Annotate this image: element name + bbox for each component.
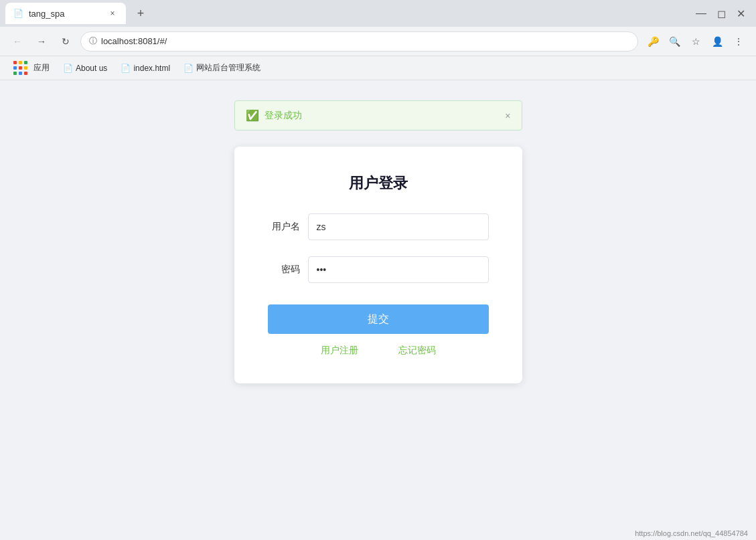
minimize-button[interactable]: — [696,7,706,20]
success-alert: ✅ 登录成功 × [234,100,522,130]
url-text: localhost:8081/#/ [101,36,629,46]
status-url: https://blog.csdn.net/qq_44854784 [635,529,748,537]
register-link[interactable]: 用户注册 [321,345,358,357]
submit-button[interactable]: 提交 [268,304,489,334]
alert-message: 登录成功 [264,110,302,122]
alert-close-button[interactable]: × [505,110,510,121]
bookmark-label: About us [76,64,107,73]
login-title: 用户登录 [268,173,489,193]
bookmark-about-us[interactable]: 📄 About us [58,61,112,76]
reload-button[interactable]: ↻ [56,32,75,51]
address-bar-actions: 🔑 🔍 ☆ 👤 ⋮ [644,32,748,51]
bookmark-label-3: 网站后台管理系统 [196,62,260,74]
bookmark-file-icon-3: 📄 [183,64,194,73]
page-content: ✅ 登录成功 × 用户登录 用户名 密码 提交 用户注册 忘记密码 [0,80,756,540]
menu-icon[interactable]: ⋮ [729,32,748,51]
tab-file-icon: 📄 [13,9,23,18]
bookmarks-bar: 应用 📄 About us 📄 index.html 📄 网站后台管理系统 [0,56,756,80]
apps-bookmark[interactable]: 应用 [8,58,55,78]
url-bar[interactable]: ⓘ localhost:8081/#/ [80,31,638,52]
lock-icon: ⓘ [89,35,97,47]
alert-success-icon: ✅ [246,109,259,122]
form-links: 用户注册 忘记密码 [268,345,489,357]
apps-grid-icon [13,61,28,76]
bookmark-file-icon: 📄 [63,64,73,73]
bookmark-label-2: index.html [133,64,170,73]
forward-button[interactable]: → [32,32,51,51]
bookmark-admin[interactable]: 📄 网站后台管理系统 [178,60,266,76]
apps-label: 应用 [33,62,50,74]
maximize-button[interactable]: ◻ [717,7,726,20]
forgot-password-link[interactable]: 忘记密码 [398,345,436,357]
bookmark-index-html[interactable]: 📄 index.html [115,61,175,76]
title-bar: 📄 tang_spa × + — ◻ ✕ [0,0,756,27]
window-controls: — ◻ ✕ [696,7,751,20]
key-icon[interactable]: 🔑 [644,32,662,51]
password-label: 密码 [268,264,300,276]
back-button[interactable]: ← [8,32,27,51]
close-button[interactable]: ✕ [737,7,745,20]
username-label: 用户名 [268,221,300,233]
password-input[interactable] [308,256,489,283]
browser-chrome: 📄 tang_spa × + — ◻ ✕ ← → ↻ ⓘ localhost:8… [0,0,756,80]
address-bar: ← → ↻ ⓘ localhost:8081/#/ 🔑 🔍 ☆ 👤 ⋮ [0,27,756,56]
username-row: 用户名 [268,213,489,240]
star-icon[interactable]: ☆ [686,32,705,51]
login-card: 用户登录 用户名 密码 提交 用户注册 忘记密码 [234,147,522,383]
account-icon[interactable]: 👤 [708,32,727,51]
new-tab-button[interactable]: + [131,4,150,23]
tab-close-button[interactable]: × [107,8,118,19]
username-input[interactable] [308,213,489,240]
bookmark-file-icon-2: 📄 [121,64,131,73]
title-bar-left: 📄 tang_spa × + [5,3,150,24]
search-icon[interactable]: 🔍 [665,32,684,51]
password-row: 密码 [268,256,489,283]
status-bar: https://blog.csdn.net/qq_44854784 [627,527,756,540]
browser-tab[interactable]: 📄 tang_spa × [5,3,126,24]
tab-title: tang_spa [29,9,65,19]
alert-left: ✅ 登录成功 [246,109,302,122]
